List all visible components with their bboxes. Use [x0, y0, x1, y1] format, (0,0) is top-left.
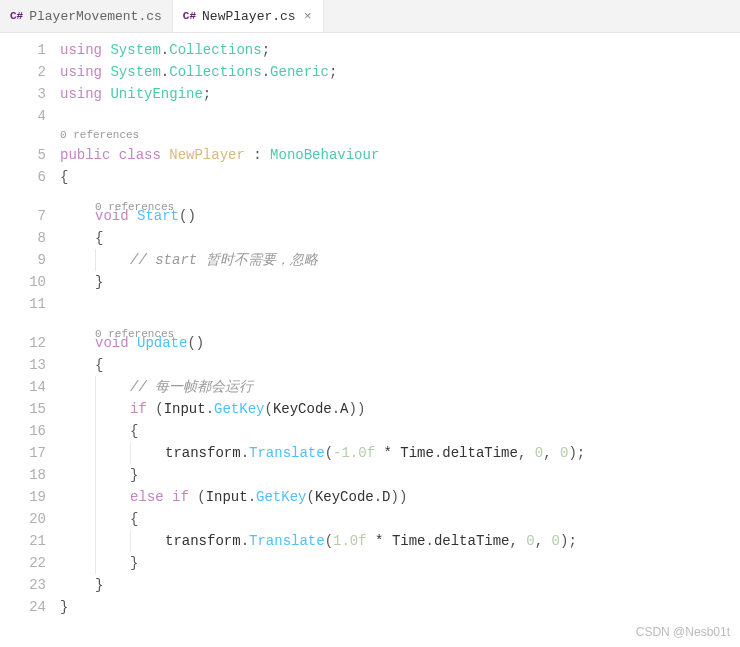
codelens[interactable]: 0 references — [60, 188, 740, 205]
tab-playermovement[interactable]: C# PlayerMovement.cs — [0, 0, 173, 32]
close-icon[interactable]: × — [302, 9, 314, 24]
codelens[interactable]: 0 references — [60, 315, 740, 332]
editor: 1234 56 7891011 121314151617181920212223… — [0, 33, 740, 647]
watermark: CSDN @Nesb01t — [636, 621, 730, 643]
codelens[interactable]: 0 references — [60, 127, 740, 144]
csharp-icon: C# — [10, 10, 23, 22]
tab-newplayer[interactable]: C# NewPlayer.cs × — [173, 0, 325, 32]
code-area[interactable]: using System.Collections; using System.C… — [60, 33, 740, 647]
tab-label: NewPlayer.cs — [202, 9, 296, 24]
csharp-icon: C# — [183, 10, 196, 22]
line-gutter: 1234 56 7891011 121314151617181920212223… — [0, 33, 60, 647]
tab-label: PlayerMovement.cs — [29, 9, 162, 24]
tab-bar: C# PlayerMovement.cs C# NewPlayer.cs × — [0, 0, 740, 33]
